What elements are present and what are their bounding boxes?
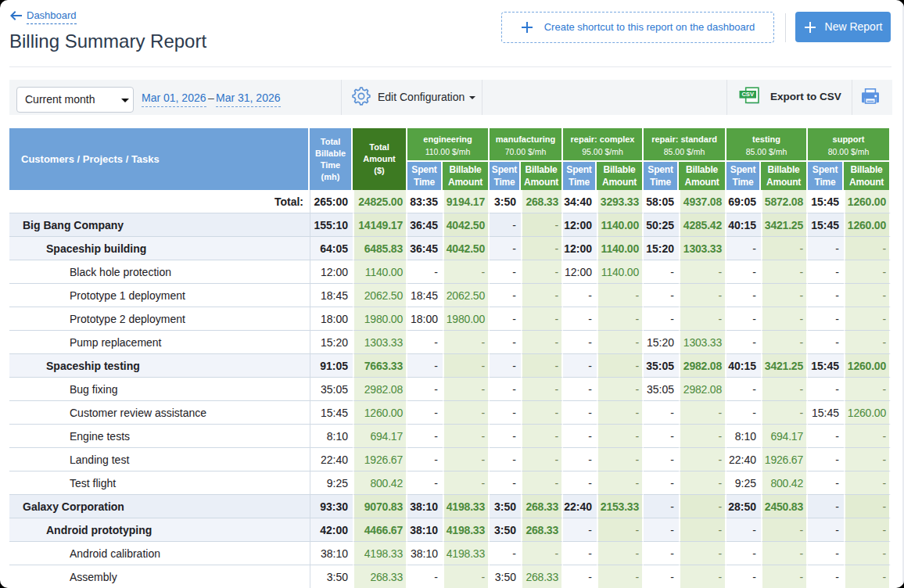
- svg-text:CSV: CSV: [741, 91, 755, 98]
